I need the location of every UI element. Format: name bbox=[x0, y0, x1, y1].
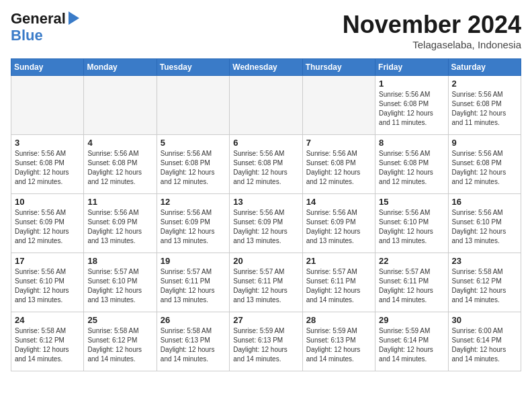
day-info: Sunrise: 5:57 AMSunset: 6:10 PMDaylight:… bbox=[87, 267, 152, 305]
calendar-day-cell: 9Sunrise: 5:56 AMSunset: 6:08 PMDaylight… bbox=[448, 135, 521, 194]
calendar-week-row: 10Sunrise: 5:56 AMSunset: 6:09 PMDayligh… bbox=[11, 194, 521, 253]
day-info: Sunrise: 5:56 AMSunset: 6:08 PMDaylight:… bbox=[379, 149, 444, 187]
day-number: 24 bbox=[15, 315, 80, 325]
day-info: Sunrise: 5:58 AMSunset: 6:13 PMDaylight:… bbox=[161, 326, 226, 364]
calendar-day-cell: 24Sunrise: 5:58 AMSunset: 6:12 PMDayligh… bbox=[11, 312, 84, 371]
day-number: 22 bbox=[379, 256, 444, 266]
day-info: Sunrise: 5:59 AMSunset: 6:14 PMDaylight:… bbox=[379, 326, 444, 364]
day-number: 1 bbox=[379, 79, 444, 89]
calendar-week-row: 1Sunrise: 5:56 AMSunset: 6:08 PMDaylight… bbox=[11, 76, 521, 135]
day-number: 12 bbox=[161, 197, 226, 207]
day-number: 11 bbox=[87, 197, 152, 207]
day-info: Sunrise: 5:57 AMSunset: 6:11 PMDaylight:… bbox=[233, 267, 298, 305]
calendar-day-cell: 30Sunrise: 6:00 AMSunset: 6:14 PMDayligh… bbox=[448, 312, 521, 371]
day-info: Sunrise: 5:56 AMSunset: 6:08 PMDaylight:… bbox=[161, 149, 226, 187]
day-info: Sunrise: 5:58 AMSunset: 6:12 PMDaylight:… bbox=[452, 267, 517, 305]
day-info: Sunrise: 5:56 AMSunset: 6:10 PMDaylight:… bbox=[452, 208, 517, 246]
day-number: 17 bbox=[15, 256, 80, 266]
calendar-day-cell: 15Sunrise: 5:56 AMSunset: 6:10 PMDayligh… bbox=[375, 194, 448, 253]
calendar-day-cell: 4Sunrise: 5:56 AMSunset: 6:08 PMDaylight… bbox=[84, 135, 157, 194]
calendar-day-cell: 7Sunrise: 5:56 AMSunset: 6:08 PMDaylight… bbox=[302, 135, 375, 194]
calendar-day-cell bbox=[11, 76, 84, 135]
calendar-day-cell: 8Sunrise: 5:56 AMSunset: 6:08 PMDaylight… bbox=[375, 135, 448, 194]
calendar-day-cell bbox=[302, 76, 375, 135]
calendar-day-cell bbox=[230, 76, 302, 135]
weekday-header-monday: Monday bbox=[84, 59, 157, 76]
day-number: 25 bbox=[87, 315, 152, 325]
day-number: 15 bbox=[379, 197, 444, 207]
calendar-day-cell: 25Sunrise: 5:58 AMSunset: 6:12 PMDayligh… bbox=[84, 312, 157, 371]
calendar-day-cell: 13Sunrise: 5:56 AMSunset: 6:09 PMDayligh… bbox=[230, 194, 302, 253]
weekday-header-sunday: Sunday bbox=[11, 59, 84, 76]
day-info: Sunrise: 5:57 AMSunset: 6:11 PMDaylight:… bbox=[161, 267, 226, 305]
day-info: Sunrise: 5:56 AMSunset: 6:08 PMDaylight:… bbox=[87, 149, 152, 187]
calendar-day-cell: 28Sunrise: 5:59 AMSunset: 6:13 PMDayligh… bbox=[302, 312, 375, 371]
day-info: Sunrise: 5:56 AMSunset: 6:10 PMDaylight:… bbox=[379, 208, 444, 246]
calendar-day-cell: 1Sunrise: 5:56 AMSunset: 6:08 PMDaylight… bbox=[375, 76, 448, 135]
calendar-day-cell: 26Sunrise: 5:58 AMSunset: 6:13 PMDayligh… bbox=[157, 312, 229, 371]
day-info: Sunrise: 5:56 AMSunset: 6:09 PMDaylight:… bbox=[306, 208, 371, 246]
title-block: November 2024 Telagaselaba, Indonesia bbox=[343, 11, 521, 50]
day-info: Sunrise: 5:59 AMSunset: 6:13 PMDaylight:… bbox=[233, 326, 298, 364]
day-number: 29 bbox=[379, 315, 444, 325]
day-number: 30 bbox=[452, 315, 517, 325]
calendar-day-cell: 5Sunrise: 5:56 AMSunset: 6:08 PMDaylight… bbox=[157, 135, 229, 194]
day-number: 27 bbox=[233, 315, 298, 325]
day-number: 13 bbox=[233, 197, 298, 207]
calendar-day-cell: 18Sunrise: 5:57 AMSunset: 6:10 PMDayligh… bbox=[84, 253, 157, 312]
calendar-day-cell: 27Sunrise: 5:59 AMSunset: 6:13 PMDayligh… bbox=[230, 312, 302, 371]
day-info: Sunrise: 5:59 AMSunset: 6:13 PMDaylight:… bbox=[306, 326, 371, 364]
calendar-day-cell bbox=[84, 76, 157, 135]
day-number: 2 bbox=[452, 79, 517, 89]
day-info: Sunrise: 5:58 AMSunset: 6:12 PMDaylight:… bbox=[15, 326, 80, 364]
day-number: 28 bbox=[306, 315, 371, 325]
day-number: 5 bbox=[161, 138, 226, 148]
day-info: Sunrise: 6:00 AMSunset: 6:14 PMDaylight:… bbox=[452, 326, 517, 364]
calendar-day-cell: 23Sunrise: 5:58 AMSunset: 6:12 PMDayligh… bbox=[448, 253, 521, 312]
day-info: Sunrise: 5:56 AMSunset: 6:09 PMDaylight:… bbox=[161, 208, 226, 246]
day-info: Sunrise: 5:56 AMSunset: 6:08 PMDaylight:… bbox=[452, 149, 517, 187]
calendar-day-cell: 17Sunrise: 5:56 AMSunset: 6:10 PMDayligh… bbox=[11, 253, 84, 312]
calendar-day-cell bbox=[157, 76, 229, 135]
day-info: Sunrise: 5:56 AMSunset: 6:08 PMDaylight:… bbox=[452, 90, 517, 128]
day-info: Sunrise: 5:56 AMSunset: 6:08 PMDaylight:… bbox=[379, 90, 444, 128]
svg-marker-0 bbox=[69, 11, 79, 25]
day-info: Sunrise: 5:56 AMSunset: 6:10 PMDaylight:… bbox=[15, 267, 80, 305]
month-title: November 2024 bbox=[343, 11, 521, 39]
calendar-day-cell: 14Sunrise: 5:56 AMSunset: 6:09 PMDayligh… bbox=[302, 194, 375, 253]
calendar-day-cell: 12Sunrise: 5:56 AMSunset: 6:09 PMDayligh… bbox=[157, 194, 229, 253]
calendar-day-cell: 16Sunrise: 5:56 AMSunset: 6:10 PMDayligh… bbox=[448, 194, 521, 253]
day-number: 8 bbox=[379, 138, 444, 148]
calendar-week-row: 24Sunrise: 5:58 AMSunset: 6:12 PMDayligh… bbox=[11, 312, 521, 371]
weekday-header-thursday: Thursday bbox=[302, 59, 375, 76]
day-number: 23 bbox=[452, 256, 517, 266]
logo: General Blue bbox=[11, 11, 79, 44]
weekday-header-wednesday: Wednesday bbox=[230, 59, 302, 76]
calendar-day-cell: 21Sunrise: 5:57 AMSunset: 6:11 PMDayligh… bbox=[302, 253, 375, 312]
day-info: Sunrise: 5:57 AMSunset: 6:11 PMDaylight:… bbox=[306, 267, 371, 305]
calendar-table: SundayMondayTuesdayWednesdayThursdayFrid… bbox=[11, 58, 521, 371]
calendar-day-cell: 22Sunrise: 5:57 AMSunset: 6:11 PMDayligh… bbox=[375, 253, 448, 312]
weekday-header-tuesday: Tuesday bbox=[157, 59, 229, 76]
page-header: General Blue November 2024 Telagaselaba,… bbox=[11, 11, 521, 50]
day-number: 10 bbox=[15, 197, 80, 207]
day-info: Sunrise: 5:56 AMSunset: 6:09 PMDaylight:… bbox=[233, 208, 298, 246]
day-number: 3 bbox=[15, 138, 80, 148]
calendar-day-cell: 10Sunrise: 5:56 AMSunset: 6:09 PMDayligh… bbox=[11, 194, 84, 253]
location-subtitle: Telagaselaba, Indonesia bbox=[343, 39, 521, 50]
calendar-day-cell: 29Sunrise: 5:59 AMSunset: 6:14 PMDayligh… bbox=[375, 312, 448, 371]
day-number: 7 bbox=[306, 138, 371, 148]
calendar-week-row: 17Sunrise: 5:56 AMSunset: 6:10 PMDayligh… bbox=[11, 253, 521, 312]
day-number: 4 bbox=[87, 138, 152, 148]
weekday-header-friday: Friday bbox=[375, 59, 448, 76]
weekday-header-row: SundayMondayTuesdayWednesdayThursdayFrid… bbox=[11, 59, 521, 76]
day-info: Sunrise: 5:56 AMSunset: 6:08 PMDaylight:… bbox=[306, 149, 371, 187]
day-info: Sunrise: 5:56 AMSunset: 6:08 PMDaylight:… bbox=[15, 149, 80, 187]
day-number: 14 bbox=[306, 197, 371, 207]
calendar-day-cell: 19Sunrise: 5:57 AMSunset: 6:11 PMDayligh… bbox=[157, 253, 229, 312]
day-info: Sunrise: 5:56 AMSunset: 6:09 PMDaylight:… bbox=[87, 208, 152, 246]
logo-arrow-icon bbox=[67, 11, 79, 26]
calendar-day-cell: 20Sunrise: 5:57 AMSunset: 6:11 PMDayligh… bbox=[230, 253, 302, 312]
calendar-day-cell: 2Sunrise: 5:56 AMSunset: 6:08 PMDaylight… bbox=[448, 76, 521, 135]
day-number: 6 bbox=[233, 138, 298, 148]
